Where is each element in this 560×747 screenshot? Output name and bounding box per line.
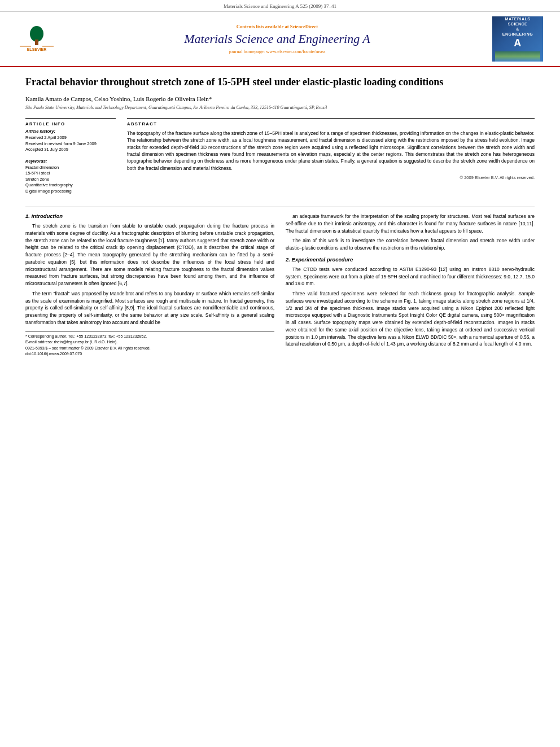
citation-text: Materials Science and Engineering A 525 … (224, 3, 336, 9)
info-abstract-row: ARTICLE INFO Article history: Received 2… (25, 118, 535, 200)
footnote-email: E-mail address: rhein@feg.unesp.br (L.R.… (25, 339, 274, 346)
svg-point-1 (30, 26, 43, 42)
section1-right-body: an adequate framework for the interpreta… (286, 213, 535, 252)
abstract-panel: ABSTRACT The topography of the fracture … (127, 118, 535, 200)
article-info-title: ARTICLE INFO (25, 121, 116, 126)
journal-homepage: journal homepage: www.elsevier.com/locat… (62, 49, 492, 54)
elsevier-logo-icon: ELSEVIER (17, 24, 56, 55)
section1-para2: The term "fractal" was proposed by Mande… (25, 290, 274, 326)
section1-right-para1: an adequate framework for the interpreta… (286, 213, 535, 234)
sciencedirect-line: Contents lists available at ScienceDirec… (62, 24, 492, 29)
keyword-1: Fractal dimension (25, 165, 116, 171)
section2-number: 2. (286, 256, 290, 263)
section1-body: The stretch zone is the transition from … (25, 222, 274, 326)
abstract-text: The topography of the fracture surface a… (127, 130, 535, 172)
body-right-column: an adequate framework for the interpreta… (286, 213, 535, 357)
abstract-title: ABSTRACT (127, 121, 535, 126)
copyright-text: © 2009 Elsevier B.V. All rights reserved… (127, 175, 535, 180)
keyword-4: Quantitative fractography (25, 182, 116, 189)
journal-center: Contents lists available at ScienceDirec… (62, 24, 492, 54)
journal-cover-image (495, 51, 540, 62)
svg-text:ELSEVIER: ELSEVIER (27, 47, 47, 51)
section1-label: Introduction (32, 213, 63, 219)
footnote-doi: doi:10.1016/j.msea.2009.07.070 (25, 351, 274, 357)
section1-right-para2: The aim of this work is to investigate t… (286, 237, 535, 252)
footnote-issn: 0921-5093/$ – see front matter © 2009 El… (25, 346, 274, 352)
section2-para2: Three valid fractured specimens were sel… (286, 290, 535, 348)
logo-line2: SCIENCE (502, 21, 533, 27)
section1-title: 1. Introduction (25, 213, 274, 219)
logo-line4: ENGINEERING (502, 32, 533, 37)
received-date: Received 2 April 2009 (25, 135, 116, 141)
history-label: Article history: (25, 129, 116, 134)
journal-logo-box: MATERIALS SCIENCE & ENGINEERING A (492, 16, 543, 62)
logo-line5: A (502, 37, 533, 50)
revised-date: Received in revised form 9 June 2009 (25, 141, 116, 147)
keywords-section: Keywords: Fractal dimension 15-5PH steel… (25, 159, 116, 195)
logo-line1: MATERIALS (502, 16, 533, 21)
article-title: Fractal behavior throughout stretch zone… (25, 76, 535, 89)
homepage-url[interactable]: www.elsevier.com/locate/msea (266, 49, 325, 54)
accepted-date: Accepted 31 July 2009 (25, 147, 116, 153)
journal-header: ELSEVIER Contents lists available at Sci… (0, 12, 560, 67)
keyword-2: 15-5PH steel (25, 171, 116, 177)
history-section: Article history: Received 2 April 2009 R… (25, 129, 116, 153)
footnote-section: * Corresponding author. Tel.: +55 123123… (25, 331, 274, 357)
section-divider (25, 207, 535, 207)
footnote-corresponding: * Corresponding author. Tel.: +55 123123… (25, 334, 274, 340)
main-content: Fractal behavior throughout stretch zone… (0, 67, 560, 366)
page: Materials Science and Engineering A 525 … (0, 0, 560, 747)
logo-line3: & (502, 27, 533, 32)
section2-label: Experimental procedure (292, 256, 353, 263)
body-left-column: 1. Introduction The stretch zone is the … (25, 213, 274, 357)
keyword-5: Digital image processing (25, 189, 116, 195)
sciencedirect-brand[interactable]: ScienceDirect (290, 24, 318, 29)
section1-number: 1. (25, 213, 30, 219)
body-columns: 1. Introduction The stretch zone is the … (25, 213, 535, 357)
authors: Kamila Amato de Campos, Celso Yoshino, L… (25, 94, 535, 102)
keyword-3: Stretch zone (25, 177, 116, 183)
journal-title: Materials Science and Engineering A (62, 32, 492, 46)
authors-text: Kamila Amato de Campos, Celso Yoshino, L… (25, 95, 212, 102)
affiliation: São Paulo State University, Materials an… (25, 105, 535, 110)
section2-para1: The CTOD tests were conducted according … (286, 266, 535, 287)
section2-body: The CTOD tests were conducted according … (286, 266, 535, 348)
sciencedirect-label: Contents lists available at (237, 24, 289, 29)
article-info-panel: ARTICLE INFO Article history: Received 2… (25, 118, 116, 200)
keywords-label: Keywords: (25, 159, 116, 164)
journal-logo-text: MATERIALS SCIENCE & ENGINEERING A (502, 16, 533, 50)
homepage-label: journal homepage: (229, 49, 266, 54)
section1-para1: The stretch zone is the transition from … (25, 222, 274, 287)
svg-rect-2 (35, 40, 38, 45)
section2-title: 2. Experimental procedure (286, 256, 535, 263)
header-left: ELSEVIER (17, 24, 62, 55)
journal-citation: Materials Science and Engineering A 525 … (0, 0, 560, 12)
